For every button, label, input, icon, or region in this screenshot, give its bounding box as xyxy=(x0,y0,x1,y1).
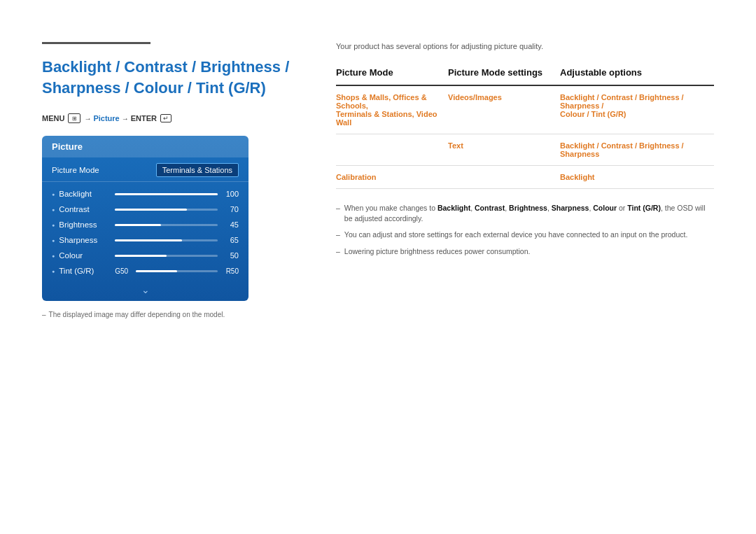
dot-icon: ● xyxy=(52,223,55,227)
menu-icon: ⊞ xyxy=(68,113,80,123)
arrow1: → xyxy=(84,115,91,122)
note-item: – You can adjust and store settings for … xyxy=(336,230,714,240)
settings-link: Text xyxy=(448,141,463,150)
note-item: – Lowering picture brightness reduces po… xyxy=(336,246,714,257)
slider-track xyxy=(115,209,218,211)
mode-link: Terminals & Stations xyxy=(336,110,412,118)
col-header-settings: Picture Mode settings xyxy=(448,63,560,85)
enter-label: ENTER xyxy=(131,114,157,122)
dot-icon: ● xyxy=(52,207,55,212)
mode-link: Calibration xyxy=(336,173,376,181)
enter-icon xyxy=(160,114,172,122)
table-row: Calibration Backlight xyxy=(336,166,714,189)
intro-text: Your product has several options for adj… xyxy=(336,42,714,50)
arrow2: → xyxy=(122,115,129,122)
scroll-down-icon: ⌄ xyxy=(42,281,248,301)
osd-setting-colour: ● Colour 50 xyxy=(42,248,248,263)
setting-label: Backlight xyxy=(59,190,115,198)
tint-track xyxy=(136,270,218,272)
right-column: Your product has several options for adj… xyxy=(336,42,714,318)
tint-fill xyxy=(136,270,176,272)
slider-fill xyxy=(115,224,161,226)
table-row: Shops & Malls, Offices & Schools,Termina… xyxy=(336,85,714,134)
slider-track xyxy=(115,193,218,195)
slider-track xyxy=(115,255,218,257)
osd-settings-list: ● Backlight 100 ● Contrast xyxy=(42,182,248,281)
note-dash: – xyxy=(336,230,340,240)
dash: – xyxy=(42,311,46,318)
slider-fill xyxy=(115,209,187,211)
table-cell-mode: Shops & Malls, Offices & Schools,Termina… xyxy=(336,85,448,134)
osd-mode-row: Picture Mode Terminals & Stations xyxy=(42,157,248,182)
table-cell-options: Backlight / Contrast / Brightness / Shar… xyxy=(560,134,714,166)
col-header-options: Adjustable options xyxy=(560,63,714,85)
left-column: Backlight / Contrast / Brightness /Sharp… xyxy=(42,42,294,318)
tint-slider-area: G50 R50 xyxy=(115,267,239,275)
options-link: Backlight / Contrast / Brightness / Shar… xyxy=(560,141,684,158)
mode-link: Shops & Malls xyxy=(336,93,388,101)
setting-label: Colour xyxy=(59,251,115,260)
tint-left-label: G50 xyxy=(115,267,133,275)
picture-link[interactable]: Picture xyxy=(93,114,119,122)
setting-value: 70 xyxy=(222,205,239,213)
dot-icon: ● xyxy=(52,269,55,274)
slider-area: 100 xyxy=(115,190,239,198)
table-cell-settings: Text xyxy=(448,134,560,166)
slider-fill xyxy=(115,255,166,257)
osd-mode-value: Terminals & Stations xyxy=(156,163,239,177)
table-cell-mode xyxy=(336,134,448,166)
slider-area: 45 xyxy=(115,220,239,229)
osd-header: Picture xyxy=(42,136,248,157)
table-cell-mode: Calibration xyxy=(336,166,448,189)
disclaimer-text: The displayed image may differ depending… xyxy=(49,311,225,318)
osd-setting-contrast: ● Contrast 70 xyxy=(42,202,248,217)
page-title: Backlight / Contrast / Brightness /Sharp… xyxy=(42,57,294,98)
setting-label: Contrast xyxy=(59,205,115,213)
table-cell-settings xyxy=(448,166,560,189)
setting-value: 50 xyxy=(222,251,239,260)
setting-value: 45 xyxy=(222,220,239,229)
slider-area: 70 xyxy=(115,205,239,213)
menu-label: MENU xyxy=(42,114,64,122)
top-decorative-line xyxy=(42,42,150,44)
slider-fill xyxy=(115,193,218,195)
osd-mode-label: Picture Mode xyxy=(52,166,99,174)
slider-track xyxy=(115,224,218,226)
setting-value: 100 xyxy=(222,190,239,198)
table-cell-settings: Videos/Images xyxy=(448,85,560,134)
note-dash: – xyxy=(336,203,340,213)
dot-icon: ● xyxy=(52,238,55,243)
table-row: Text Backlight / Contrast / Brightness /… xyxy=(336,134,714,166)
note-text: When you make changes to Backlight, Cont… xyxy=(344,203,714,224)
info-table: Picture Mode Picture Mode settings Adjus… xyxy=(336,63,714,189)
options-link: Backlight xyxy=(560,173,595,181)
dot-icon: ● xyxy=(52,192,55,197)
tint-right-label: R50 xyxy=(220,267,239,275)
tint-label: Tint (G/R) xyxy=(59,267,115,275)
note-text: Lowering picture brightness reduces powe… xyxy=(344,246,531,257)
osd-setting-sharpness: ● Sharpness 65 xyxy=(42,232,248,248)
dot-icon: ● xyxy=(52,253,55,258)
osd-setting-brightness: ● Brightness 45 xyxy=(42,217,248,232)
slider-track xyxy=(115,239,218,241)
setting-label: Sharpness xyxy=(59,236,115,244)
footer-disclaimer: – The displayed image may differ dependi… xyxy=(42,311,294,318)
note-item: – When you make changes to Backlight, Co… xyxy=(336,203,714,224)
notes-section: – When you make changes to Backlight, Co… xyxy=(336,203,714,257)
note-dash: – xyxy=(336,246,340,257)
slider-fill xyxy=(115,239,181,241)
slider-area: 50 xyxy=(115,251,239,260)
options-link: Backlight / Contrast / Brightness / Shar… xyxy=(560,93,684,118)
setting-label: Brightness xyxy=(59,220,115,229)
table-cell-options: Backlight xyxy=(560,166,714,189)
menu-path: MENU ⊞ → Picture → ENTER xyxy=(42,113,294,123)
osd-setting-backlight: ● Backlight 100 xyxy=(42,186,248,202)
settings-link: Videos/Images xyxy=(448,93,502,101)
slider-area: 65 xyxy=(115,236,239,244)
note-text: You can adjust and store settings for ea… xyxy=(344,230,688,240)
setting-value: 65 xyxy=(222,236,239,244)
col-header-mode: Picture Mode xyxy=(336,63,448,85)
osd-panel: Picture Picture Mode Terminals & Station… xyxy=(42,136,248,301)
table-cell-options: Backlight / Contrast / Brightness / Shar… xyxy=(560,85,714,134)
osd-setting-tint: ● Tint (G/R) G50 R50 xyxy=(42,263,248,279)
